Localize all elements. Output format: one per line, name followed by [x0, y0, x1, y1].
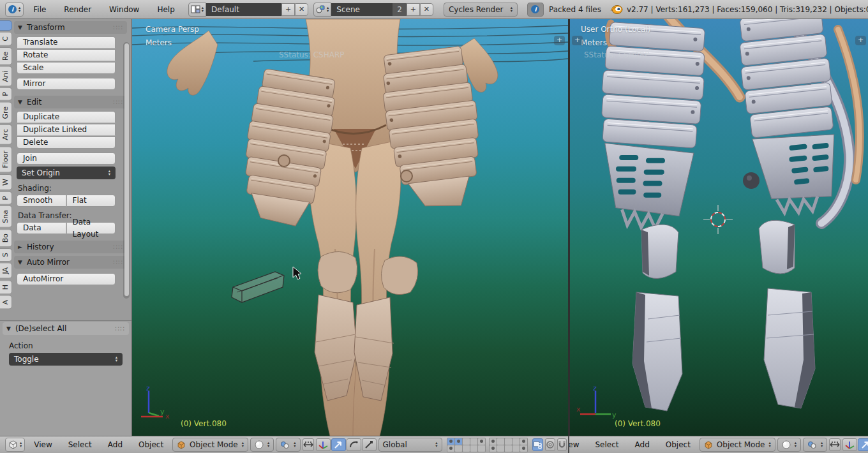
duplicate-linked-button[interactable]: Duplicate Linked: [17, 124, 116, 136]
shelf-tab[interactable]: P: [0, 87, 12, 101]
layer-toggle[interactable]: [497, 438, 504, 445]
panel-header-transform[interactable]: ▼ Transform ∷∷: [14, 21, 127, 34]
layer-block-2[interactable]: [489, 438, 528, 452]
action-select[interactable]: Toggle ▴▾: [9, 353, 123, 366]
layer-toggle[interactable]: [455, 438, 462, 445]
rotate-button[interactable]: Rotate: [17, 49, 116, 61]
layer-toggle[interactable]: [497, 445, 504, 452]
layer-toggle[interactable]: [505, 445, 512, 452]
panel-grip-icon[interactable]: ∷∷: [115, 325, 125, 333]
viewport-shading-select[interactable]: ▴▾: [777, 438, 801, 452]
layer-toggle[interactable]: [490, 438, 497, 445]
pivot-point-select[interactable]: ▴▾: [803, 438, 827, 452]
duplicate-button[interactable]: Duplicate: [17, 111, 116, 123]
set-origin-menu[interactable]: Set Origin ▴▾: [17, 167, 116, 179]
transform-orientation-select[interactable]: Global ▴▾: [378, 438, 442, 452]
shelf-tab[interactable]: Arc: [0, 124, 12, 145]
panel-grip-icon[interactable]: ∷∷: [113, 243, 123, 251]
render-engine-select[interactable]: Cycles Render ▴▾: [444, 3, 518, 17]
viewport-shading-select[interactable]: ▴▾: [250, 438, 274, 452]
menu-select[interactable]: Select: [61, 440, 99, 449]
layer-toggle[interactable]: [478, 438, 485, 445]
menu-view[interactable]: View: [568, 440, 586, 449]
panel-header-auto-mirror[interactable]: ▼ Auto Mirror ∷∷: [14, 256, 127, 269]
manipulator-axes-icon-button[interactable]: [316, 438, 331, 451]
shade-flat-button[interactable]: Flat: [66, 195, 116, 207]
menu-object[interactable]: Object: [131, 440, 170, 449]
layer-toggle[interactable]: [470, 438, 477, 445]
menu-add[interactable]: Add: [628, 440, 657, 449]
delete-layout-button[interactable]: ✕: [295, 3, 308, 16]
editor-type-button[interactable]: i ▴▾: [5, 3, 24, 17]
shelf-scrollbar-thumb[interactable]: [124, 43, 129, 296]
pivot-point-select[interactable]: ▴▾: [276, 438, 300, 452]
shelf-scrollbar[interactable]: [123, 42, 130, 299]
layer-toggle[interactable]: [505, 438, 512, 445]
shelf-tab[interactable]: Gre: [0, 102, 12, 124]
screen-layout-name-field[interactable]: Default: [206, 3, 281, 16]
shelf-tab[interactable]: Sna: [0, 205, 12, 228]
panel-header-edit[interactable]: ▼ Edit ∷∷: [14, 96, 127, 108]
translate-manipulator-button[interactable]: [858, 438, 868, 451]
rotate-manipulator-button[interactable]: [347, 438, 361, 451]
layer-toggle[interactable]: [455, 445, 462, 452]
shelf-tab[interactable]: Bo: [0, 229, 12, 247]
panel-grip-icon[interactable]: ∷∷: [113, 24, 123, 32]
shelf-tab[interactable]: Floor: [0, 146, 12, 172]
screen-layout-browse-button[interactable]: ▴▾: [188, 3, 206, 17]
layers-widget[interactable]: [447, 438, 528, 452]
panel-grip-icon[interactable]: ∷∷: [113, 258, 123, 267]
scene-users-count[interactable]: 2: [393, 3, 407, 16]
lock-to-scene-toggle[interactable]: [532, 438, 543, 451]
layer-toggle[interactable]: [520, 445, 527, 452]
menu-object[interactable]: Object: [659, 440, 698, 449]
menu-add[interactable]: Add: [101, 440, 130, 449]
open-properties-region-button[interactable]: +: [855, 36, 866, 45]
mode-select[interactable]: Object Mode ▴▾: [700, 438, 775, 452]
panel-header-history[interactable]: ► History ∷∷: [14, 241, 127, 253]
layer-toggle[interactable]: [463, 438, 470, 445]
shelf-tab[interactable]: C: [0, 32, 12, 46]
shelf-tab[interactable]: A: [0, 295, 12, 309]
layer-toggle[interactable]: [463, 445, 470, 452]
shelf-tab[interactable]: Ani: [0, 66, 12, 87]
panel-grip-icon[interactable]: ∷∷: [113, 98, 123, 107]
layer-block-1[interactable]: [447, 438, 486, 452]
shelf-tab[interactable]: H: [0, 280, 12, 294]
layer-toggle[interactable]: [478, 445, 485, 452]
layer-toggle[interactable]: [513, 445, 520, 452]
manipulator-axes-icon-button[interactable]: [842, 438, 857, 451]
layer-toggle[interactable]: [470, 445, 477, 452]
menu-select[interactable]: Select: [588, 440, 625, 449]
join-button[interactable]: Join: [17, 152, 116, 165]
scene-name-field[interactable]: Scene: [331, 3, 393, 16]
scene-browse-button[interactable]: ▴▾: [313, 3, 331, 17]
open-properties-region-button[interactable]: +: [554, 36, 565, 45]
layer-toggle[interactable]: [513, 438, 520, 445]
viewport-ortho[interactable]: User Ortho (Local) Meters SStatus: CSHAR…: [570, 19, 868, 436]
mode-select[interactable]: Object Mode ▴▾: [172, 438, 248, 452]
menu-window[interactable]: Window: [101, 5, 147, 14]
manipulator-toggle[interactable]: [303, 438, 314, 451]
shelf-tab[interactable]: JA: [0, 263, 12, 279]
add-scene-button[interactable]: +: [407, 3, 420, 16]
delete-button[interactable]: Delete: [17, 137, 116, 149]
menu-render[interactable]: Render: [56, 5, 100, 14]
layer-toggle[interactable]: [520, 438, 527, 445]
viewport-camera[interactable]: Camera Persp Meters SStatus: CSHARP + z …: [132, 19, 568, 436]
scale-button[interactable]: Scale: [17, 62, 116, 74]
menu-help[interactable]: Help: [149, 5, 183, 14]
shelf-tab[interactable]: Re: [0, 47, 12, 65]
mirror-button[interactable]: Mirror: [17, 78, 116, 90]
shelf-tab[interactable]: P: [0, 191, 12, 205]
delete-scene-button[interactable]: ✕: [420, 3, 433, 16]
snap-toggle[interactable]: [557, 438, 567, 451]
editor-type-button[interactable]: ▴▾: [5, 438, 25, 452]
layer-toggle[interactable]: [447, 438, 454, 445]
data-transfer-layout-button[interactable]: Data Layout: [66, 222, 116, 234]
shelf-tab[interactable]: W: [0, 174, 12, 190]
manipulator-toggle[interactable]: [829, 438, 841, 451]
translate-button[interactable]: Translate: [17, 36, 116, 48]
automirror-button[interactable]: AutoMirror: [17, 273, 116, 285]
panel-header-deselect-all[interactable]: ▼ (De)select All ∷∷: [3, 322, 129, 335]
